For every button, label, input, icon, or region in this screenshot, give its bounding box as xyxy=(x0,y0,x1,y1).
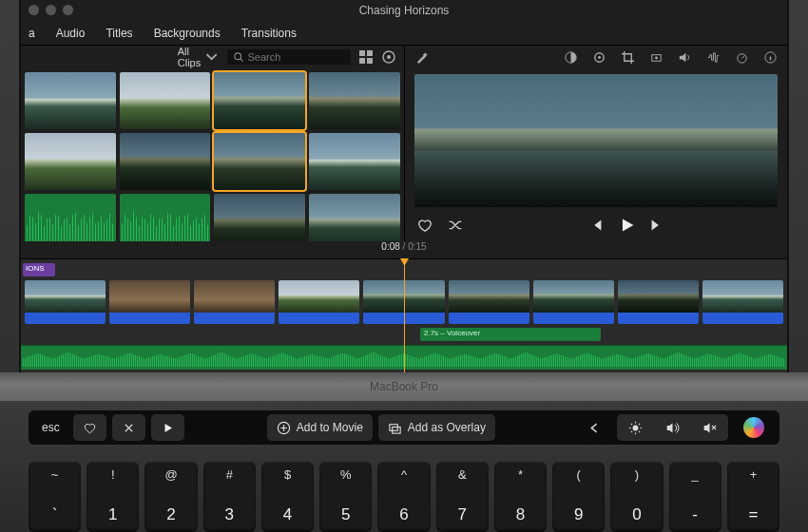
search-field[interactable] xyxy=(227,49,351,65)
clip-filter-dropdown[interactable]: All Clips xyxy=(178,46,220,68)
svg-point-0 xyxy=(234,53,240,60)
touch-bar: esc Add to Movie Add as Overlay xyxy=(29,410,779,445)
media-browser: All Clips xyxy=(21,46,405,241)
media-clip[interactable] xyxy=(309,194,400,241)
audio-clip[interactable] xyxy=(120,194,211,241)
grid-view-icon[interactable] xyxy=(358,49,374,65)
media-clip[interactable] xyxy=(309,133,400,190)
viewer-pane xyxy=(405,46,788,241)
clip-grid[interactable] xyxy=(21,68,404,241)
key-0[interactable]: )0 xyxy=(610,462,663,532)
key-minus[interactable]: _- xyxy=(669,462,721,532)
viewer-toolbar xyxy=(405,46,788,68)
search-input[interactable] xyxy=(248,51,334,63)
voiceover-clip[interactable]: 2.7s – Voiceover xyxy=(420,328,601,341)
title-clip[interactable]: IONS xyxy=(23,263,55,276)
key-4[interactable]: $4 xyxy=(261,462,314,532)
volume-up-icon[interactable] xyxy=(654,414,691,441)
key-equals[interactable]: += xyxy=(727,462,779,532)
add-to-movie-label: Add to Movie xyxy=(297,421,363,434)
info-icon[interactable] xyxy=(762,49,778,65)
timeline-clip[interactable] xyxy=(449,280,529,324)
prev-icon[interactable] xyxy=(587,217,605,234)
tab-titles[interactable]: Titles xyxy=(106,27,132,40)
touchbar-esc[interactable]: esc xyxy=(34,421,67,434)
time-current: 0:08 xyxy=(381,241,399,252)
key-backtick[interactable]: ~` xyxy=(29,462,81,532)
media-clip[interactable] xyxy=(309,72,400,129)
svg-rect-2 xyxy=(367,50,373,56)
hinge-label: MacBook Pro xyxy=(0,372,808,401)
siri-icon[interactable] xyxy=(734,414,774,441)
key-5[interactable]: %5 xyxy=(319,462,372,532)
preview-viewer[interactable] xyxy=(414,74,779,207)
tab-media[interactable]: a xyxy=(29,27,35,40)
play-icon[interactable] xyxy=(618,217,635,234)
timeline-clip[interactable] xyxy=(618,280,699,324)
brightness-icon[interactable] xyxy=(617,414,654,441)
media-clip-selected[interactable] xyxy=(214,72,305,129)
tab-transitions[interactable]: Transitions xyxy=(241,27,297,40)
noise-reduction-icon[interactable] xyxy=(705,49,721,65)
clip-filter-label: All Clips xyxy=(178,46,201,68)
overlay-icon xyxy=(388,421,402,435)
touchbar-add-to-movie[interactable]: Add to Movie xyxy=(267,414,373,441)
media-clip[interactable] xyxy=(214,194,305,241)
svg-point-9 xyxy=(598,56,601,59)
touchbar-add-as-overlay[interactable]: Add as Overlay xyxy=(378,414,495,441)
titlebar: Chasing Horizons xyxy=(21,0,787,21)
plus-circle-icon xyxy=(277,421,291,435)
mute-icon[interactable] xyxy=(691,414,728,441)
timeline-clip[interactable] xyxy=(109,280,190,324)
macbook-device: Chasing Horizons a Audio Titles Backgrou… xyxy=(0,0,808,532)
svg-point-17 xyxy=(633,425,639,430)
key-8[interactable]: *8 xyxy=(494,462,547,532)
tab-backgrounds[interactable]: Backgrounds xyxy=(154,27,221,40)
timeline-clip[interactable] xyxy=(702,280,783,324)
key-6[interactable]: ^6 xyxy=(377,462,430,532)
key-1[interactable]: !1 xyxy=(87,462,139,532)
shuffle-icon[interactable] xyxy=(447,217,464,234)
timeline-timecode: 0:08 / 0:15 xyxy=(21,241,787,258)
svg-rect-4 xyxy=(367,58,373,64)
touchbar-expand-icon[interactable] xyxy=(578,414,611,441)
imovie-window: Chasing Horizons a Audio Titles Backgrou… xyxy=(19,0,789,372)
touchbar-favorite-icon[interactable] xyxy=(73,414,106,441)
timeline[interactable]: IONS 2.7s – Voiceover xyxy=(21,258,787,372)
magic-wand-icon[interactable] xyxy=(414,49,430,65)
playback-controls xyxy=(405,209,788,241)
media-clip[interactable] xyxy=(25,72,116,129)
browser-toolbar: All Clips xyxy=(21,46,404,68)
key-2[interactable]: @2 xyxy=(144,462,197,532)
color-balance-icon[interactable] xyxy=(563,49,578,65)
media-clip[interactable] xyxy=(120,72,211,129)
key-3[interactable]: #3 xyxy=(203,462,256,532)
touchbar-reject-icon[interactable] xyxy=(112,414,145,441)
settings-icon[interactable] xyxy=(381,49,396,65)
timeline-clip[interactable] xyxy=(279,280,359,324)
svg-point-11 xyxy=(655,56,658,59)
tab-audio[interactable]: Audio xyxy=(56,27,86,40)
crop-icon[interactable] xyxy=(620,49,635,65)
svg-point-6 xyxy=(387,55,391,59)
svg-rect-1 xyxy=(359,50,365,56)
audio-clip[interactable] xyxy=(25,194,116,241)
touchbar-play-icon[interactable] xyxy=(151,414,184,441)
key-7[interactable]: &7 xyxy=(436,462,489,532)
next-icon[interactable] xyxy=(648,217,665,234)
window-controls[interactable] xyxy=(29,5,73,15)
library-tabs: a Audio Titles Backgrounds Transitions xyxy=(21,21,787,46)
key-9[interactable]: (9 xyxy=(552,462,605,532)
favorite-icon[interactable] xyxy=(416,217,433,234)
timeline-clip[interactable] xyxy=(194,280,275,324)
color-correction-icon[interactable] xyxy=(591,49,606,65)
timeline-clip[interactable] xyxy=(25,280,106,324)
stabilize-icon[interactable] xyxy=(648,49,664,65)
media-clip[interactable] xyxy=(25,133,116,190)
volume-icon[interactable] xyxy=(677,49,692,65)
media-clip-selected[interactable] xyxy=(214,133,305,190)
media-clip[interactable] xyxy=(120,133,211,190)
speed-icon[interactable] xyxy=(734,49,749,65)
timeline-clip[interactable] xyxy=(533,280,614,324)
playhead[interactable] xyxy=(404,259,405,372)
